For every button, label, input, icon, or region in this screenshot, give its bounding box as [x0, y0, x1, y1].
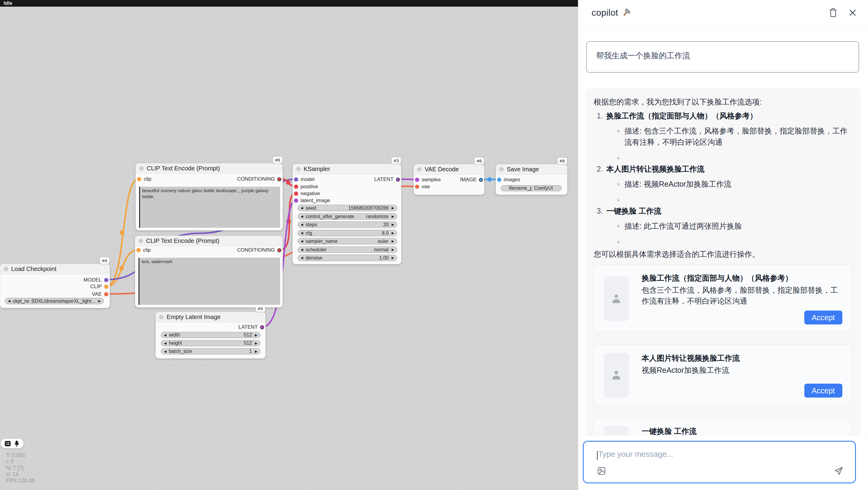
wire-dot[interactable] — [120, 231, 124, 235]
chat-scroll-area[interactable]: 帮我生成一个换脸的工作流 根据您的需求，我为您找到了以下换脸工作流选项: 1.换… — [578, 26, 868, 435]
canvas-toolbar[interactable] — [1, 439, 24, 448]
widget-seed[interactable]: ◀seed156680208700286▶ — [298, 205, 397, 211]
input-dot-latent_image[interactable] — [294, 199, 298, 203]
input-dot-vae[interactable] — [415, 184, 419, 189]
node-header-save-image[interactable]: Save Image — [496, 164, 567, 175]
node-header-clip-text-encode-positive[interactable]: CLIP Text Encode (Prompt) — [136, 164, 282, 174]
widget-sampler_name[interactable]: ◀sampler_nameeuler▶ — [298, 238, 397, 244]
decrement-arrow-icon[interactable]: ◀ — [301, 256, 303, 260]
increment-arrow-icon[interactable]: ▶ — [392, 248, 394, 252]
port-input-clip[interactable]: clip — [137, 176, 152, 182]
increment-arrow-icon[interactable]: ▶ — [98, 299, 101, 303]
node-clip-text-encode-negative[interactable]: CLIP Text Encode (Prompt)clipCONDITIONIN… — [135, 236, 283, 308]
attach-image-icon[interactable] — [597, 466, 606, 475]
wire-dot[interactable] — [286, 180, 291, 185]
node-collapse-dot[interactable] — [417, 167, 422, 172]
decrement-arrow-icon[interactable]: ◀ — [164, 349, 166, 353]
decrement-arrow-icon[interactable]: ◀ — [301, 231, 303, 235]
output-dot-VAE[interactable] — [104, 292, 108, 296]
node-tree-icon[interactable] — [13, 440, 20, 447]
send-message-icon[interactable] — [834, 466, 843, 476]
port-input-clip[interactable]: clip — [136, 247, 151, 253]
node-header-load-checkpoint[interactable]: Load Checkpoint — [0, 264, 110, 274]
wire-dot[interactable] — [488, 177, 492, 182]
workflow-list-icon[interactable] — [4, 440, 11, 447]
port-input-latent_image[interactable]: latent_image — [294, 198, 330, 204]
increment-arrow-icon[interactable]: ▶ — [392, 223, 394, 227]
decrement-arrow-icon[interactable]: ◀ — [301, 206, 303, 210]
decrement-arrow-icon[interactable]: ◀ — [301, 248, 303, 252]
widget-scheduler[interactable]: ◀schedulernormal▶ — [298, 247, 397, 253]
port-output-MODEL[interactable]: MODEL — [84, 277, 108, 283]
port-output-LATENT[interactable]: LATENT — [374, 176, 400, 182]
input-dot-samples[interactable] — [415, 178, 419, 182]
widget-steps[interactable]: ◀steps20▶ — [298, 222, 397, 228]
node-collapse-dot[interactable] — [139, 166, 144, 171]
port-output-CONDITIONING[interactable]: CONDITIONING — [237, 247, 281, 253]
widget-height[interactable]: ◀height512▶ — [161, 340, 260, 346]
port-output-CONDITIONING[interactable]: CONDITIONING — [237, 176, 281, 182]
increment-arrow-icon[interactable]: ▶ — [392, 206, 394, 210]
widget-ckpt_name[interactable]: ◀ckpt_nameSDXL/dreamshaperXL_light...▶ — [5, 298, 104, 304]
node-header-ksampler[interactable]: KSampler — [293, 164, 401, 174]
output-dot-LATENT[interactable] — [260, 325, 264, 329]
port-output-LATENT[interactable]: LATENT — [239, 324, 264, 330]
widget-control_after_generate[interactable]: ◀control_after_generaterandomize▶ — [298, 213, 397, 220]
node-load-checkpoint[interactable]: Load CheckpointMODELCLIPVAE◀ckpt_nameSDX… — [0, 264, 110, 308]
input-dot-positive[interactable] — [294, 184, 298, 189]
accept-button[interactable]: Accept — [804, 311, 842, 324]
prompt-textarea[interactable]: text, watermark — [138, 258, 280, 305]
decrement-arrow-icon[interactable]: ◀ — [301, 214, 303, 219]
prompt-textarea[interactable]: beautiful scenery nature glass bottle la… — [139, 187, 280, 228]
widget-batch_size[interactable]: ◀batch_size1▶ — [161, 348, 260, 354]
input-dot-model[interactable] — [294, 177, 298, 181]
port-output-VAE[interactable]: VAE — [92, 291, 108, 297]
input-dot-clip[interactable] — [136, 248, 141, 252]
node-collapse-dot[interactable] — [159, 315, 163, 319]
output-dot-CONDITIONING[interactable] — [277, 248, 281, 252]
port-input-samples[interactable]: samples — [415, 177, 441, 183]
increment-arrow-icon[interactable]: ▶ — [255, 341, 257, 345]
output-dot-CLIP[interactable] — [104, 285, 108, 289]
output-dot-LATENT[interactable] — [396, 178, 400, 181]
node-empty-latent-image[interactable]: Empty Latent ImageLATENT◀width512▶◀heigh… — [155, 312, 266, 358]
port-input-positive[interactable]: positive — [294, 184, 318, 190]
widget-width[interactable]: ◀width512▶ — [161, 332, 260, 338]
increment-arrow-icon[interactable]: ▶ — [255, 349, 257, 353]
node-collapse-dot[interactable] — [4, 267, 8, 271]
port-input-images[interactable]: images — [497, 177, 520, 183]
close-panel-icon[interactable] — [849, 9, 857, 17]
increment-arrow-icon[interactable]: ▶ — [255, 333, 257, 337]
decrement-arrow-icon[interactable]: ◀ — [164, 333, 166, 337]
widget-cfg[interactable]: ◀cfg8.0▶ — [298, 230, 397, 236]
output-dot-CONDITIONING[interactable] — [277, 177, 281, 181]
accept-button[interactable]: Accept — [804, 384, 842, 398]
node-header-vae-decode[interactable]: VAE Decode — [414, 164, 484, 175]
input-dot-images[interactable] — [497, 178, 501, 182]
node-header-empty-latent-image[interactable]: Empty Latent Image — [156, 312, 265, 322]
increment-arrow-icon[interactable]: ▶ — [392, 214, 394, 219]
output-dot-IMAGE[interactable] — [479, 178, 483, 182]
node-header-clip-text-encode-negative[interactable]: CLIP Text Encode (Prompt) — [135, 236, 282, 246]
node-collapse-dot[interactable] — [138, 239, 143, 243]
decrement-arrow-icon[interactable]: ◀ — [301, 223, 303, 227]
clear-chat-trash-icon[interactable] — [829, 8, 837, 17]
port-input-model[interactable]: model — [294, 176, 314, 182]
node-canvas[interactable]: Load CheckpointMODELCLIPVAE◀ckpt_nameSDX… — [0, 0, 578, 490]
node-clip-text-encode-positive[interactable]: CLIP Text Encode (Prompt)clipCONDITIONIN… — [135, 163, 283, 231]
widget-denoise[interactable]: ◀denoise1.00▶ — [298, 255, 397, 261]
increment-arrow-icon[interactable]: ▶ — [392, 239, 394, 243]
decrement-arrow-icon[interactable]: ◀ — [8, 299, 10, 303]
increment-arrow-icon[interactable]: ▶ — [392, 231, 394, 235]
port-input-negative[interactable]: negative — [294, 191, 320, 197]
widget-filename_prefix[interactable]: filename_prefixComfyUI — [501, 185, 562, 191]
port-output-IMAGE[interactable]: IMAGE — [460, 177, 483, 183]
decrement-arrow-icon[interactable]: ◀ — [301, 239, 303, 243]
node-save-image[interactable]: Save Imageimagesfilename_prefixComfyUI — [496, 164, 567, 195]
wire-dot[interactable] — [120, 266, 124, 271]
increment-arrow-icon[interactable]: ▶ — [392, 256, 394, 260]
node-collapse-dot[interactable] — [499, 167, 504, 172]
port-output-CLIP[interactable]: CLIP — [90, 284, 108, 290]
node-vae-decode[interactable]: VAE DecodesamplesvaeIMAGE — [413, 164, 485, 195]
node-ksampler[interactable]: KSamplermodelpositivenegativelatent_imag… — [292, 164, 401, 264]
